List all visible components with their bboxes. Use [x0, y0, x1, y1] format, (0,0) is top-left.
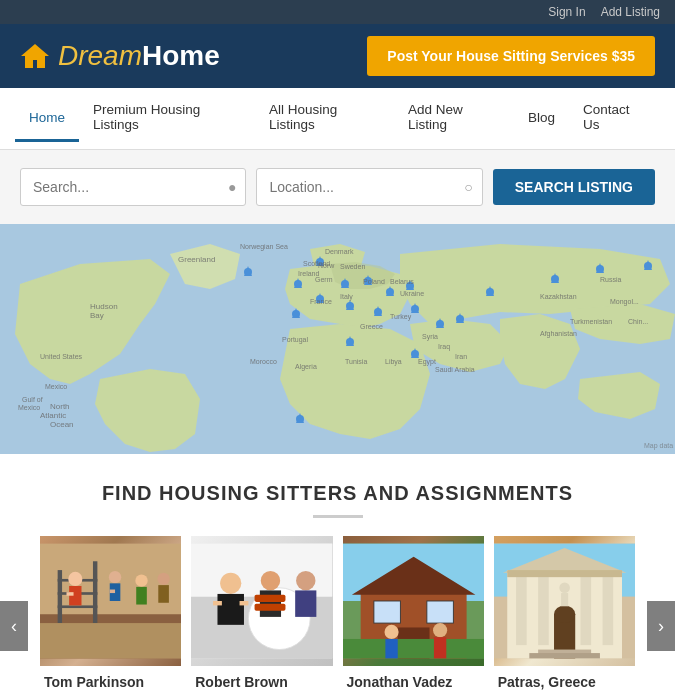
add-listing-link[interactable]: Add Listing	[601, 5, 660, 19]
svg-text:Egypt: Egypt	[418, 358, 436, 366]
svg-text:Saudi Arabia: Saudi Arabia	[435, 366, 475, 373]
svg-text:Germ: Germ	[315, 276, 333, 283]
nav-contact[interactable]: Contact Us	[569, 88, 660, 149]
svg-text:Mongol...: Mongol...	[610, 298, 639, 306]
svg-text:Chin...: Chin...	[628, 318, 648, 325]
svg-text:Iraq: Iraq	[438, 343, 450, 351]
search-input[interactable]	[20, 168, 246, 206]
svg-text:Kazakhstan: Kazakhstan	[540, 293, 577, 300]
svg-marker-0	[21, 44, 49, 68]
svg-text:Italy: Italy	[340, 293, 353, 301]
svg-text:Ukraine: Ukraine	[400, 290, 424, 297]
svg-text:Greenland: Greenland	[178, 255, 215, 264]
location-input[interactable]	[256, 168, 482, 206]
svg-text:Map data ©2017 Goo...: Map data ©2017 Goo...	[644, 442, 675, 450]
svg-point-92	[68, 572, 82, 586]
listing-info-3: Patras, Greece Patras, Greece ★★★★★	[494, 666, 635, 693]
svg-text:Afghanistan: Afghanistan	[540, 330, 577, 338]
listing-card-2: Jonathan Vadez Lyon, France ★★★★★	[343, 536, 484, 693]
svg-point-111	[261, 571, 280, 590]
section-title: FIND HOUSING SITTERS AND ASSIGNMENTS	[20, 482, 655, 505]
svg-rect-124	[343, 639, 484, 658]
svg-point-127	[433, 623, 447, 637]
svg-text:North: North	[50, 402, 70, 411]
svg-rect-109	[213, 601, 222, 605]
svg-point-115	[296, 571, 315, 590]
logo: DreamHome	[20, 40, 220, 72]
svg-text:United States: United States	[40, 353, 83, 360]
search-magnifier-icon: ●	[228, 179, 236, 195]
svg-text:Bay: Bay	[90, 311, 104, 320]
svg-rect-126	[385, 639, 397, 658]
title-underline	[313, 515, 363, 518]
listing-photo-0	[40, 536, 181, 666]
svg-point-139	[554, 605, 575, 623]
svg-text:Belarus: Belarus	[390, 278, 414, 285]
location-icon: ○	[464, 179, 472, 195]
listing-photo-2	[343, 536, 484, 666]
nav-premium-listings[interactable]: Premium Housing Listings	[79, 88, 255, 149]
search-listing-button[interactable]: SEARCH LISTING	[493, 169, 655, 205]
carousel-prev-button[interactable]: ‹	[0, 601, 28, 651]
listing-name-0: Tom Parkinson	[44, 674, 177, 690]
svg-text:Turkmenistan: Turkmenistan	[570, 318, 612, 325]
signin-link[interactable]: Sign In	[548, 5, 585, 19]
svg-text:Poland: Poland	[363, 278, 385, 285]
listing-name-2: Jonathan Vadez	[347, 674, 480, 690]
nav-add-listing[interactable]: Add New Listing	[394, 88, 514, 149]
svg-text:Ocean: Ocean	[50, 420, 74, 429]
svg-rect-99	[136, 587, 147, 605]
listing-card-3: Patras, Greece Patras, Greece ★★★★★	[494, 536, 635, 693]
svg-text:Libya: Libya	[385, 358, 402, 366]
main-nav: Home Premium Housing Listings All Housin…	[0, 88, 675, 150]
svg-rect-121	[373, 601, 399, 623]
svg-rect-114	[255, 604, 286, 611]
logo-dream: Dream	[58, 40, 142, 71]
listing-info-0: Tom Parkinson Памятник Данте Алигьери, V…	[40, 666, 181, 693]
svg-rect-143	[561, 593, 568, 606]
carousel-next-button[interactable]: ›	[647, 601, 675, 651]
listing-card-1: Robert Brown 102 W 1st St, Los Angeles, …	[191, 536, 332, 693]
svg-rect-91	[58, 605, 98, 608]
svg-rect-94	[66, 592, 73, 596]
listing-info-1: Robert Brown 102 W 1st St, Los Angeles, …	[191, 666, 332, 693]
svg-text:Mexico: Mexico	[18, 404, 40, 411]
svg-rect-102	[40, 623, 181, 658]
cta-button[interactable]: Post Your House Sitting Services $35	[367, 36, 655, 76]
svg-text:Hudson: Hudson	[90, 302, 118, 311]
svg-rect-137	[507, 570, 622, 577]
listing-photo-3	[494, 536, 635, 666]
map[interactable]: Hudson Bay North Atlantic Ocean Greenlan…	[0, 224, 675, 454]
svg-text:Norw: Norw	[318, 262, 335, 269]
nav-home[interactable]: Home	[15, 96, 79, 142]
svg-rect-141	[529, 653, 600, 658]
listing-name-3: Patras, Greece	[498, 674, 631, 690]
svg-rect-132	[516, 575, 527, 646]
svg-text:Mexico: Mexico	[45, 383, 67, 390]
svg-text:Morocco: Morocco	[250, 358, 277, 365]
svg-point-98	[135, 575, 147, 587]
nav-blog[interactable]: Blog	[514, 96, 569, 142]
svg-rect-97	[110, 590, 115, 594]
listing-name-1: Robert Brown	[195, 674, 328, 690]
listings-row: Tom Parkinson Памятник Данте Алигьери, V…	[0, 536, 675, 693]
svg-rect-135	[602, 575, 613, 646]
svg-text:Ireland: Ireland	[298, 270, 320, 277]
svg-text:Syria: Syria	[422, 333, 438, 341]
svg-rect-116	[295, 590, 316, 616]
svg-text:Atlantic: Atlantic	[40, 411, 66, 420]
nav-all-listings[interactable]: All Housing Listings	[255, 88, 394, 149]
section-title-area: FIND HOUSING SITTERS AND ASSIGNMENTS	[0, 454, 675, 536]
svg-rect-122	[426, 601, 452, 623]
svg-point-100	[157, 573, 169, 585]
svg-rect-134	[580, 575, 591, 646]
svg-rect-108	[218, 594, 244, 625]
svg-text:Turkey: Turkey	[390, 313, 412, 321]
svg-text:Portugal: Portugal	[282, 336, 309, 344]
svg-point-142	[559, 582, 570, 593]
svg-rect-87	[58, 570, 62, 623]
svg-point-107	[220, 573, 241, 594]
header: DreamHome Post Your House Sitting Servic…	[0, 24, 675, 88]
listing-photo-1	[191, 536, 332, 666]
svg-text:Norwegian Sea: Norwegian Sea	[240, 243, 288, 251]
